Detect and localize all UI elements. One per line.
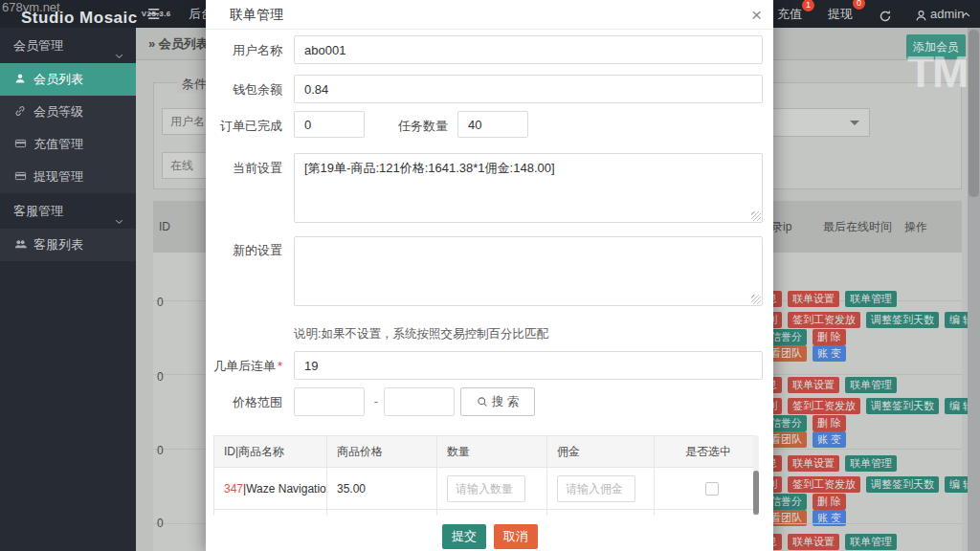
tm-watermark: TM [907, 46, 967, 98]
commission-input[interactable] [557, 475, 635, 502]
select-checkbox[interactable] [705, 482, 719, 496]
qty-cell [437, 467, 547, 509]
member-row-id: 0 [157, 444, 164, 457]
task-count-field[interactable] [457, 111, 528, 138]
sidebar-item-member-management[interactable]: 会员管理 [0, 28, 136, 63]
orders-done-field[interactable] [294, 111, 365, 138]
product-column-header: 是否选中 [655, 436, 758, 467]
task-count-label: 任务数量 [359, 118, 448, 135]
withdraw-badge: 0 [853, 0, 865, 10]
search-icon [477, 396, 488, 408]
product-table-header-row: ID|商品名称商品价格数量佣金是否选中 [214, 436, 758, 467]
sidebar-item-service-list[interactable]: 客服列表 [0, 229, 136, 261]
sidebar-item-service-management[interactable]: 客服管理 [0, 193, 136, 229]
product-table-scrollbar-thumb[interactable] [753, 471, 759, 515]
hamburger-icon[interactable]: ☰ [147, 0, 160, 28]
breadcrumb-label: 会员列表 [159, 36, 209, 51]
quantity-input[interactable] [447, 475, 525, 502]
chain-order-set-button[interactable]: 联单设置 [788, 455, 839, 472]
people-icon [14, 230, 27, 262]
search-button-label: 搜 索 [492, 395, 519, 408]
filter-select[interactable] [772, 108, 870, 137]
chain-order-set-button[interactable]: 联单设置 [788, 291, 839, 307]
account-change-button[interactable]: 账 变 [813, 345, 846, 362]
recharge-badge: 1 [802, 0, 814, 11]
delete-button[interactable]: 删 除 [813, 415, 846, 431]
action-line: 信誉分删 除 [766, 415, 846, 431]
withdraw-link[interactable]: 提现 0 [828, 0, 853, 28]
action-line: 看团队账 变 [766, 431, 846, 448]
withdraw-label: 提现 [828, 7, 853, 21]
product-column-header: 佣金 [547, 436, 655, 467]
adjust-checkin-days-button[interactable]: 调整签到天数 [866, 398, 939, 414]
price-min-field[interactable] [294, 387, 365, 416]
action-line: 到签到工资发放调整签到天数编 辑 [762, 476, 978, 493]
recharge-link[interactable]: 充值 1 [777, 0, 802, 28]
sidebar: 会员管理会员列表会员等级充值管理提现管理客服管理客服列表 [0, 28, 136, 551]
resize-grip-icon[interactable] [751, 295, 761, 304]
product-price [327, 509, 437, 516]
setting-note: 说明:如果不设置，系统按照交易控制百分比匹配 [294, 326, 548, 342]
adjust-checkin-days-button[interactable]: 调整签到天数 [866, 312, 939, 328]
chain-order-set-button[interactable]: 联单设置 [788, 377, 839, 393]
checkin-wage-button[interactable]: 签到工资发放 [788, 398, 860, 414]
product-price: 35.00 [327, 467, 437, 509]
product-column-header: 商品价格 [327, 436, 437, 467]
search-button[interactable]: 搜 索 [460, 387, 535, 416]
new-setting-textarea[interactable] [294, 236, 763, 306]
breadcrumb: » 会员列表 [148, 28, 209, 60]
product-id: 347 [224, 482, 243, 496]
bg-column-header: 操作 [904, 201, 927, 253]
product-table: ID|商品名称商品价格数量佣金是否选中347|Waze Navigation35… [213, 435, 759, 516]
bg-column-header: ID [159, 201, 170, 253]
sidebar-item-member-list[interactable]: 会员列表 [0, 63, 136, 96]
breadcrumb-arrow-icon: » [148, 36, 155, 51]
product-table-scrollbar[interactable] [753, 435, 759, 516]
adjust-checkin-days-button[interactable]: 调整签到天数 [866, 476, 939, 493]
member-row-id: 0 [157, 296, 164, 309]
admin-menu[interactable]: admin [930, 0, 964, 28]
action-line: 息联单设置联单管理 [762, 291, 897, 307]
caret-up-icon [961, 0, 971, 28]
price-max-field[interactable] [384, 387, 455, 416]
site-watermark: 678ym.net [2, 0, 60, 14]
current-setting-textarea[interactable]: [第19单-商品:121价格:1641.38*1佣金:148.00] [294, 153, 763, 223]
action-line: 息联单设置联单管理 [762, 377, 897, 393]
recharge-label: 充值 [777, 7, 802, 21]
sidebar-item-withdraw-management[interactable]: 提现管理 [0, 161, 136, 193]
submit-button[interactable]: 提交 [442, 524, 486, 549]
username-field[interactable] [294, 35, 763, 64]
delete-button[interactable]: 删 除 [813, 494, 846, 510]
modal-titlebar: 联单管理 × [206, 0, 773, 30]
product-row: 347|Waze Navigation35.00 [214, 467, 758, 509]
orders-done-label: 订单已完成 [206, 118, 282, 135]
new-setting-label: 新的设置 [206, 242, 282, 259]
username-label: 用户名称 [206, 42, 282, 59]
account-change-button[interactable]: 账 变 [813, 431, 846, 448]
member-row-id: 0 [157, 517, 164, 530]
chain-after-field[interactable] [294, 351, 763, 380]
checkin-wage-button[interactable]: 签到工资发放 [788, 476, 860, 493]
user-icon [915, 1, 927, 29]
chain-order-manage-button[interactable]: 联单管理 [845, 455, 897, 472]
resize-grip-icon[interactable] [751, 211, 761, 221]
sidebar-item-label: 客服列表 [33, 237, 83, 252]
chain-order-manage-button[interactable]: 联单管理 [845, 291, 897, 307]
sidebar-item-label: 充值管理 [33, 137, 83, 151]
sidebar-item-member-level[interactable]: 会员等级 [0, 96, 136, 128]
chain-after-label-text: 几单后连单 [213, 359, 276, 373]
checkin-wage-button[interactable]: 签到工资发放 [788, 312, 860, 328]
page-scrollbar-thumb[interactable] [969, 30, 979, 197]
cancel-button[interactable]: 取消 [494, 524, 538, 549]
chain-order-manage-button[interactable]: 联单管理 [845, 377, 897, 393]
page-scrollbar[interactable] [968, 28, 980, 551]
close-icon[interactable]: × [751, 2, 762, 28]
balance-field[interactable] [294, 75, 763, 103]
chain-order-set-button[interactable]: 联单设置 [788, 534, 839, 550]
chain-order-manage-button[interactable]: 联单管理 [845, 534, 897, 550]
delete-button[interactable]: 删 除 [813, 329, 846, 345]
card-icon [14, 162, 27, 194]
refresh-icon[interactable] [879, 1, 892, 29]
action-line: 到签到工资发放调整签到天数编 辑 [762, 312, 978, 328]
sidebar-item-recharge-management[interactable]: 充值管理 [0, 128, 136, 161]
